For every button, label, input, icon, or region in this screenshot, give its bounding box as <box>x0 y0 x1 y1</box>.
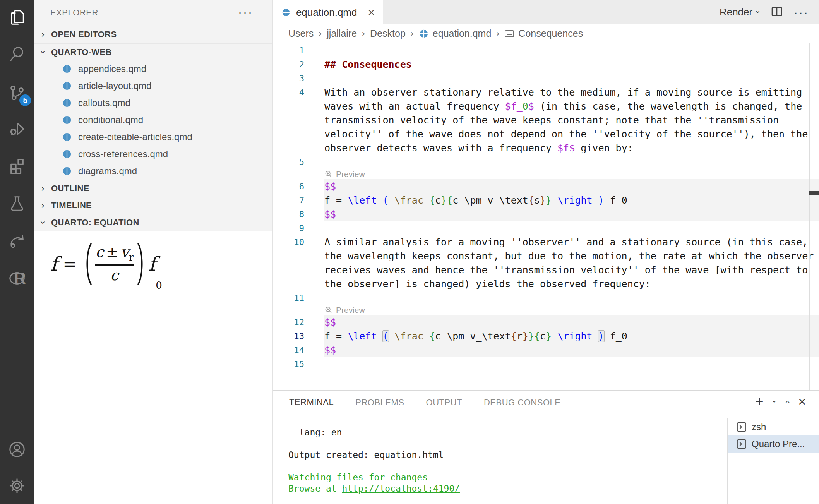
explorer-icon[interactable] <box>0 0 34 34</box>
terminal-dropdown-icon[interactable]: › <box>769 400 779 403</box>
code-lens-row: Preview <box>273 305 819 315</box>
bottom-panel: TERMINALPROBLEMSOUTPUTDEBUG CONSOLE + › … <box>273 390 819 504</box>
sidebar-section-quarto-equation[interactable]: › QUARTO: EQUATION <box>34 214 272 231</box>
code-token: observer detects waves with a frequency <box>324 142 557 154</box>
editor-row: the wavelength keeps constant, but due t… <box>273 249 819 263</box>
line-number: 10 <box>273 237 324 247</box>
editor-row: observer detects waves with a frequency … <box>273 141 819 155</box>
activity-bar: 5 R <box>0 0 34 504</box>
code-token: { <box>528 195 534 206</box>
code-token: } <box>441 195 447 206</box>
file-item[interactable]: diagrams.qmd <box>34 163 272 180</box>
preview-lens-button[interactable]: Preview <box>324 305 365 315</box>
code-token: r <box>517 331 523 342</box>
terminal-line: Output created: equation.html <box>288 450 460 461</box>
code-token: } <box>540 195 546 206</box>
editor-row: receives waves and hence the ''transmiss… <box>273 263 819 277</box>
new-terminal-icon[interactable]: + <box>755 394 763 408</box>
panel-tab-debug-console[interactable]: DEBUG CONSOLE <box>483 392 561 413</box>
close-panel-icon[interactable]: × <box>798 395 806 408</box>
breadcrumb-item[interactable]: jjallaire <box>327 28 357 39</box>
sidebar-section-outline[interactable]: › OUTLINE <box>34 180 272 197</box>
tab-equation-qmd[interactable]: equation.qmd × <box>273 0 383 25</box>
line-content <box>324 357 819 371</box>
code-token: { <box>429 195 435 206</box>
source-control-icon[interactable]: 5 <box>0 76 34 110</box>
run-debug-icon[interactable] <box>0 111 34 145</box>
line-number: 14 <box>273 345 324 355</box>
code-token: ( <box>383 195 389 206</box>
tab-bar: equation.qmd × Render › ··· <box>273 0 819 24</box>
panel-tab-output[interactable]: OUTPUT <box>425 392 463 413</box>
editor-more-actions-icon[interactable]: ··· <box>794 6 809 19</box>
terminal-output: lang: en Output created: equation.html W… <box>288 427 460 495</box>
file-item[interactable]: appendices.qmd <box>34 60 272 77</box>
file-item[interactable]: conditional.qmd <box>34 111 272 129</box>
session-label: Quarto Pre... <box>752 439 805 449</box>
svg-text:R: R <box>14 269 26 287</box>
line-content: $$ <box>324 315 819 329</box>
maximize-panel-icon[interactable]: › <box>782 400 792 403</box>
terminal-link[interactable]: http://localhost:4190/ <box>342 483 460 494</box>
editor-row: 8$$ <box>273 207 819 221</box>
tab-close-icon[interactable]: × <box>368 7 375 18</box>
code-token: c \pm v_\text <box>452 195 528 206</box>
search-icon[interactable] <box>0 37 34 71</box>
qmd-file-icon <box>419 29 429 39</box>
breadcrumb-label: equation.qmd <box>433 28 492 39</box>
file-item[interactable]: cross-references.qmd <box>34 146 272 163</box>
terminal-session-zsh[interactable]: zsh <box>728 418 819 435</box>
extensions-icon[interactable] <box>0 149 34 183</box>
qmd-file-icon <box>281 7 291 18</box>
code-token: \left <box>348 331 377 342</box>
sidebar-section-quarto-web[interactable]: › QUARTO-WEB <box>34 43 272 60</box>
breadcrumb-item[interactable]: Desktop <box>370 28 406 39</box>
preview-lens-button[interactable]: Preview <box>324 170 365 179</box>
code-token: $f$ <box>557 142 575 154</box>
editor-row: waves with an actual frequency $f_0$ (in… <box>273 99 819 113</box>
code-token <box>552 195 557 206</box>
open-paren <box>83 242 93 286</box>
r-project-icon[interactable]: R <box>0 261 34 295</box>
terminal-line: Watching files for changes <box>288 472 460 483</box>
code-token: With an observer stationary relative to … <box>324 87 802 98</box>
render-button[interactable]: Render › <box>720 6 760 18</box>
line-number: 2 <box>273 60 324 69</box>
code-token: $ <box>528 101 534 112</box>
code-token: } <box>546 195 552 206</box>
file-item[interactable]: create-citeable-articles.qmd <box>34 129 272 146</box>
sidebar-section-open-editors[interactable]: › OPEN EDITORS <box>34 26 272 43</box>
qmd-file-icon <box>62 98 72 108</box>
line-content <box>324 291 819 305</box>
code-token <box>593 331 598 342</box>
editor-row: 15 <box>273 357 819 371</box>
code-token: { <box>534 331 540 342</box>
editor-row: 9 <box>273 221 819 235</box>
code-token: \frac <box>394 331 423 342</box>
breadcrumb-item[interactable]: Consequences <box>504 28 583 39</box>
file-item[interactable]: article-layout.qmd <box>34 77 272 94</box>
settings-gear-icon[interactable] <box>0 469 34 503</box>
file-item[interactable]: callouts.qmd <box>34 94 272 111</box>
breadcrumb-separator: › <box>496 28 500 39</box>
panel-tab-problems[interactable]: PROBLEMS <box>355 392 405 413</box>
breadcrumb-item[interactable]: Users <box>288 28 314 39</box>
line-content: With an observer stationary relative to … <box>324 85 819 99</box>
account-icon[interactable] <box>0 432 34 466</box>
terminal-line <box>288 439 460 450</box>
sidebar-more-actions[interactable]: ··· <box>238 6 253 18</box>
code-editor[interactable]: 12## Consequences34With an observer stat… <box>273 43 819 390</box>
code-token: { <box>447 195 452 206</box>
testing-beaker-icon[interactable] <box>0 187 34 221</box>
terminal-session-quarto-pre-[interactable]: Quarto Pre... <box>728 435 819 453</box>
line-number: 1 <box>273 46 324 55</box>
editor-row: 10A similar analysis for a moving ''obse… <box>273 235 819 249</box>
terminal-prompt-icon <box>736 422 747 432</box>
line-number: 11 <box>273 293 324 303</box>
split-editor-icon[interactable] <box>771 5 783 19</box>
scrollbar-track[interactable] <box>809 43 810 390</box>
panel-tab-terminal[interactable]: TERMINAL <box>288 392 334 413</box>
breadcrumb-item[interactable]: equation.qmd <box>419 28 492 39</box>
sidebar-section-timeline[interactable]: › TIMELINE <box>34 197 272 214</box>
quarto-publish-icon[interactable] <box>0 224 34 258</box>
